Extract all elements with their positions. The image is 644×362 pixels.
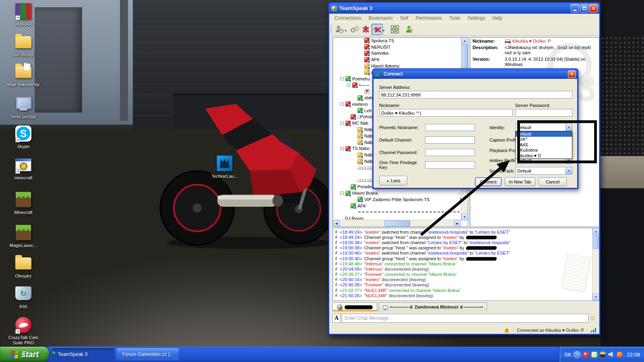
desktop-icon[interactable]: Tento počítač — [3, 95, 43, 120]
channel-row[interactable]: − Správca TS — [333, 37, 468, 44]
expand-toggle-icon[interactable]: − — [340, 191, 344, 195]
identity-value: Default — [517, 125, 566, 130]
identity-option[interactable]: Kikuška ♥ D — [516, 153, 572, 158]
scrollbar-thumb[interactable] — [593, 235, 599, 249]
dialog-title-bar[interactable]: Connect × — [373, 69, 578, 79]
combo-arrow-icon[interactable]: ▼ — [566, 124, 572, 131]
desktop-icon[interactable]: Moje dokumenty — [3, 63, 43, 88]
identity-option[interactable]: CsK^ — [516, 137, 572, 142]
desktop-icon[interactable]: Skype — [3, 125, 43, 150]
desktop-icon[interactable]: Iné zložky — [3, 33, 43, 58]
menu-item[interactable]: Bookmarks — [365, 14, 396, 22]
desktop-icon[interactable]: Kôš — [3, 285, 43, 310]
desktop-icon-label: TechnicLau... — [212, 174, 238, 179]
menu-item[interactable]: Self — [396, 14, 412, 22]
task-button[interactable]: TeamSpeak 3 — [52, 348, 114, 360]
menu-item[interactable]: Help — [489, 14, 506, 22]
log-segment: . — [497, 235, 499, 240]
desktop-icon[interactable]: WinRAR — [3, 2, 43, 27]
notes-tray-icon[interactable] — [591, 352, 597, 358]
connect-icon[interactable] — [334, 24, 345, 35]
field-input[interactable] — [425, 161, 475, 169]
log-vertical-scrollbar[interactable]: ▲ ▼ — [592, 228, 599, 300]
scroll-up-icon[interactable]: ▲ — [592, 228, 599, 235]
nickname-input[interactable] — [379, 109, 513, 117]
start-button[interactable]: štart — [0, 347, 49, 362]
expand-toggle-icon[interactable]: − — [347, 83, 351, 87]
channel-commander-icon[interactable] — [404, 24, 415, 35]
scroll-up-icon[interactable]: ▲ — [461, 37, 468, 44]
field-input[interactable] — [425, 149, 475, 156]
channel-row[interactable]: − VIP Zadarmo Píšte Správcom TS ViP — [333, 196, 468, 203]
scrollbar-thumb[interactable] — [384, 220, 410, 226]
server-chat-tab[interactable] — [332, 302, 377, 311]
in-new-tab-button[interactable]: In New Tab — [505, 177, 535, 186]
connect-button[interactable]: Connect — [475, 177, 502, 186]
menu-item[interactable]: Permissions — [412, 14, 445, 22]
channel-row[interactable]: − AFK — [333, 56, 468, 63]
combo-arrow-icon[interactable]: ▼ — [566, 167, 572, 174]
channel-row[interactable]: − — [333, 209, 468, 216]
menu-item[interactable]: Settings — [464, 14, 489, 22]
identity-option[interactable]: FAKE — [516, 142, 572, 148]
expand-toggle-icon[interactable]: − — [340, 121, 344, 125]
task-button[interactable]: Forum Gamesites.cz |... — [117, 348, 179, 360]
clock[interactable]: 22:08 — [627, 352, 640, 358]
messenger-tray-icon[interactable] — [600, 352, 606, 358]
desktop-icon[interactable]: CrazyTalk Cam Suite PRO — [3, 316, 43, 346]
chat-message-input[interactable] — [342, 314, 588, 323]
scroll-down-icon[interactable]: ▼ — [592, 294, 599, 300]
maximize-button[interactable] — [580, 4, 588, 12]
sound-pack-combobox[interactable]: Default ▼ — [515, 167, 572, 175]
channel-chat-tab[interactable]: •————♛ Zamilovaná Místnost ♛————• — [378, 302, 487, 311]
desktop-icon-technic[interactable]: TechnicLau... — [204, 154, 245, 179]
warning-icon[interactable] — [504, 327, 510, 333]
desktop-icon[interactable]: Obraykz — [3, 254, 43, 279]
tree-horizontal-scrollbar[interactable]: ◀ ▶ — [333, 220, 461, 226]
channel-row[interactable]: − Hlavní Brána ⌂M — [333, 190, 468, 196]
language-indicator[interactable]: SK — [564, 352, 571, 358]
away-icon[interactable] — [389, 24, 400, 35]
desktop-icon[interactable]: MagicLaunc... — [3, 224, 43, 249]
identity-combobox[interactable]: Default ▼ — [515, 123, 572, 131]
nickname-field-label: Nickname: — [379, 103, 400, 108]
text-format-button[interactable]: A — [332, 314, 341, 323]
cancel-button[interactable]: Cancel — [539, 177, 567, 186]
less-button[interactable]: ▲ Less — [379, 176, 407, 185]
identity-option[interactable]: Default — [516, 132, 572, 137]
scroll-down-icon[interactable]: ▼ — [461, 214, 468, 220]
antivirus-tray-icon[interactable] — [617, 352, 623, 358]
close-button[interactable]: × — [589, 4, 598, 12]
expand-toggle-icon[interactable]: − — [340, 77, 344, 80]
bookmarks-icon[interactable] — [349, 24, 360, 35]
channel-row[interactable]: − AFK M — [333, 203, 468, 209]
log-arrow-icon — [334, 267, 338, 271]
field-input[interactable] — [425, 124, 475, 131]
menu-item[interactable]: Connections — [331, 14, 365, 22]
title-bar[interactable]: TeamSpeak 3 × — [329, 3, 600, 14]
desktop-icon[interactable]: Minecraft — [3, 191, 43, 216]
scroll-right-icon[interactable]: ▶ — [454, 220, 461, 227]
scrollbar-thumb[interactable] — [462, 45, 468, 68]
connect-dropdown-caret[interactable]: ▼ — [344, 29, 347, 33]
field-input[interactable] — [425, 136, 475, 144]
mute-speakers-dropdown-caret[interactable]: ▼ — [382, 29, 385, 33]
teamspeak-tray-icon[interactable] — [583, 352, 589, 358]
desktop-icon[interactable]: minecraft — [3, 156, 43, 181]
minimize-button[interactable] — [571, 4, 579, 12]
expand-toggle-icon[interactable]: − — [340, 147, 344, 150]
volume-tray-icon[interactable] — [608, 352, 614, 358]
server-password-input[interactable] — [515, 109, 572, 117]
server-address-input[interactable] — [379, 91, 572, 99]
menu-item[interactable]: Tools — [446, 14, 464, 22]
channel-row[interactable]: − Samotka — [333, 50, 468, 57]
mute-speakers-icon[interactable] — [372, 24, 383, 35]
scroll-left-icon[interactable]: ◀ — [333, 220, 340, 227]
channel-row[interactable]: − NERUŠIT — [333, 44, 468, 50]
emoticon-icon[interactable]: ☺ — [590, 315, 596, 321]
mute-microphone-icon[interactable] — [360, 24, 372, 35]
identity-option[interactable]: SKušobna — [516, 148, 572, 153]
dialog-close-button[interactable]: × — [568, 70, 576, 78]
tray-collapse-icon[interactable]: ‹ — [574, 351, 580, 358]
expand-toggle-icon[interactable]: − — [340, 102, 344, 106]
